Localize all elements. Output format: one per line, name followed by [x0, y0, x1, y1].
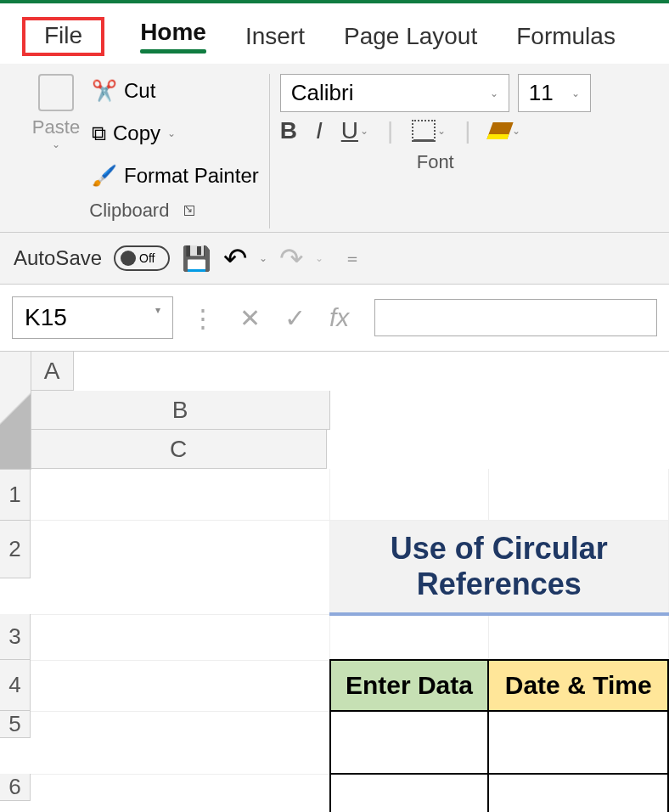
toggle-dot — [121, 251, 136, 266]
brush-icon: 🖌️ — [92, 164, 117, 188]
fill-color-button[interactable]: ⌄ — [490, 122, 520, 139]
name-box[interactable]: K15▾ — [12, 296, 173, 339]
paste-button[interactable]: Paste ⌄ — [25, 74, 87, 193]
underline-button[interactable]: U⌄ — [341, 117, 368, 144]
redo-button[interactable]: ↷ — [279, 241, 303, 275]
paint-bucket-icon — [486, 122, 513, 139]
group-label: Font — [280, 144, 591, 180]
chevron-down-icon: ▾ — [155, 304, 160, 331]
save-button[interactable]: 💾 — [182, 245, 211, 273]
cell-c4[interactable]: Date & Time — [488, 660, 668, 711]
select-all-corner[interactable] — [0, 352, 31, 469]
row-header[interactable]: 5 — [0, 711, 31, 738]
paste-label: Paste — [32, 116, 80, 138]
undo-button[interactable]: ↶ — [223, 241, 247, 275]
row-header[interactable]: 4 — [0, 660, 31, 711]
group-label: Clipboard — [89, 200, 169, 222]
cut-button[interactable]: ✂️Cut — [92, 74, 259, 108]
copy-icon: ⧉ — [92, 121, 106, 145]
chevron-down-icon: ⌄ — [571, 87, 580, 99]
quick-access-toolbar: AutoSave Off 💾 ↶⌄ ↷⌄ ＝ — [0, 233, 669, 285]
cancel-icon[interactable]: ✕ — [233, 303, 267, 333]
row-header[interactable]: 1 — [0, 470, 31, 521]
cell-c5[interactable] — [488, 711, 668, 774]
vertical-dots-icon[interactable]: ⋮ — [183, 303, 222, 333]
autosave-label: AutoSave — [14, 246, 102, 270]
formula-bar-area: K15▾ ⋮ ✕ ✓ fx — [0, 285, 669, 352]
enter-icon[interactable]: ✓ — [278, 303, 312, 333]
row-header[interactable]: 3 — [0, 614, 31, 660]
ribbon: Paste ⌄ ✂️Cut ⧉Copy⌄ 🖌️Format Painter Cl… — [0, 64, 669, 233]
col-header-a[interactable]: A — [31, 352, 74, 391]
cell-b6[interactable] — [330, 774, 489, 812]
formula-bar[interactable] — [374, 299, 657, 336]
autosave-toggle[interactable]: Off — [114, 245, 170, 271]
dialog-launcher-icon[interactable] — [184, 206, 194, 216]
tab-insert[interactable]: Insert — [242, 18, 308, 55]
chevron-down-icon: ⌄ — [167, 127, 176, 139]
insert-function-button[interactable]: fx — [323, 303, 356, 332]
clipboard-icon — [38, 74, 74, 111]
col-header-b[interactable]: B — [31, 391, 330, 430]
col-header-c[interactable]: C — [31, 430, 327, 469]
tab-formulas[interactable]: Formulas — [513, 18, 619, 55]
chevron-down-icon: ⌄ — [52, 138, 60, 150]
chevron-down-icon[interactable]: ⌄ — [259, 252, 267, 264]
format-painter-button[interactable]: 🖌️Format Painter — [92, 159, 259, 193]
scissors-icon: ✂️ — [92, 79, 117, 103]
chevron-down-icon: ⌄ — [437, 125, 446, 137]
cell-b5[interactable] — [330, 711, 489, 774]
chevron-down-icon: ⌄ — [490, 87, 498, 99]
tab-file[interactable]: File — [22, 17, 104, 56]
group-clipboard: Paste ⌄ ✂️Cut ⧉Copy⌄ 🖌️Format Painter Cl… — [15, 74, 270, 228]
chevron-down-icon: ⌄ — [512, 125, 520, 137]
tab-home[interactable]: Home — [137, 14, 210, 59]
chevron-down-icon: ⌄ — [360, 125, 368, 137]
row-header[interactable]: 2 — [0, 521, 31, 578]
font-size-combo[interactable]: 11⌄ — [518, 74, 591, 112]
font-name-combo[interactable]: Calibri⌄ — [280, 74, 509, 112]
cell-c6[interactable] — [488, 774, 668, 812]
cell-b4[interactable]: Enter Data — [330, 660, 489, 711]
bold-button[interactable]: B — [280, 117, 297, 144]
customize-qat-icon[interactable]: ＝ — [344, 247, 361, 270]
tab-page-layout[interactable]: Page Layout — [340, 18, 481, 55]
borders-icon — [412, 120, 436, 142]
worksheet: A B C 1 2 Use of Circular References 3 4… — [0, 352, 669, 812]
merged-title-cell[interactable]: Use of Circular References — [330, 521, 669, 615]
italic-button[interactable]: I — [316, 117, 323, 144]
chevron-down-icon[interactable]: ⌄ — [315, 252, 323, 264]
copy-button[interactable]: ⧉Copy⌄ — [92, 116, 259, 150]
group-font: Calibri⌄ 11⌄ B I U⌄ | ⌄ | ⌄ Font — [270, 74, 601, 228]
ribbon-tabs: File Home Insert Page Layout Formulas — [0, 3, 669, 64]
row-header[interactable]: 6 — [0, 774, 31, 801]
borders-button[interactable]: ⌄ — [412, 120, 446, 142]
